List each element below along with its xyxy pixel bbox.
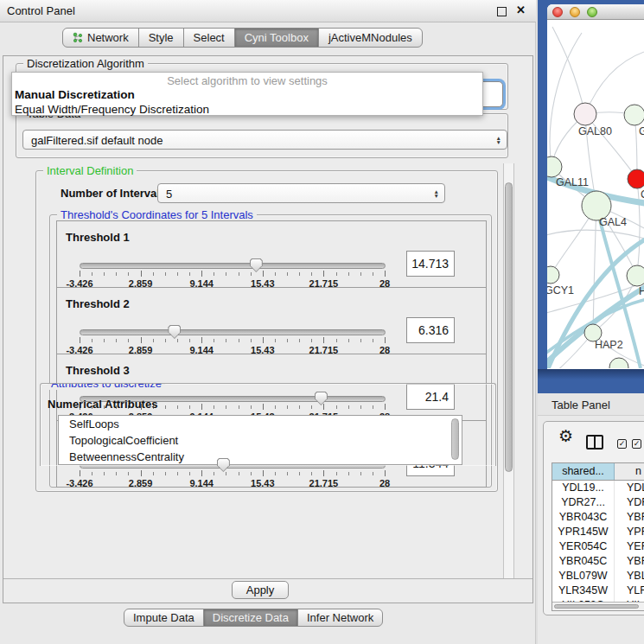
cell-shared-name[interactable]: YBL079W — [552, 569, 615, 583]
threshold-value-input[interactable]: 6.316 — [406, 317, 455, 343]
network-node-label: C — [641, 188, 644, 201]
cell-shared-name[interactable]: YDR27... — [552, 495, 615, 510]
scrollbar-thumb[interactable] — [505, 182, 513, 472]
dropdown-option-manual-discretization[interactable]: Manual Discretization — [12, 87, 482, 102]
network-node[interactable] — [609, 358, 628, 368]
cell-shared-name[interactable]: YDL19... — [552, 481, 615, 495]
frame-shadow — [538, 369, 644, 379]
slider-major-ticks — [80, 271, 386, 277]
slider-major-ticks — [80, 470, 386, 476]
column-header-shared-name[interactable]: shared... — [552, 463, 615, 480]
cell-shared-name[interactable]: YBR043C — [552, 510, 615, 525]
cell-shared-name[interactable]: YER054C — [552, 539, 615, 554]
tab-label: Network — [87, 31, 129, 44]
cell-name[interactable]: YER0 — [615, 539, 644, 554]
tick-label: 15.43 — [251, 478, 275, 488]
tab-discretize-data[interactable]: Discretize Data — [203, 609, 298, 627]
slider-track[interactable] — [80, 329, 386, 335]
column-header-name[interactable]: n — [615, 463, 644, 480]
panel-vertical-scrollbar[interactable] — [503, 163, 514, 578]
threshold-label: Threshold 1 — [66, 231, 130, 244]
table-horizontal-scrollbar[interactable] — [552, 602, 644, 610]
control-panel: Control Panel ✕ NetworkStyleSelectCyni T… — [0, 0, 536, 644]
tab-select[interactable]: Select — [183, 28, 235, 48]
threshold-slider[interactable]: -3.4262.8599.14415.4321.71528 — [80, 256, 387, 289]
gear-icon[interactable]: ⚙ — [558, 426, 573, 446]
slider-thumb-handle[interactable] — [315, 392, 328, 405]
cell-name[interactable]: YPR1 — [615, 525, 644, 539]
network-window-titlebar[interactable] — [547, 4, 644, 20]
slider-track[interactable] — [80, 263, 386, 269]
cell-name[interactable]: YDR2 — [615, 495, 644, 510]
zoom-traffic-light-icon[interactable] — [587, 7, 597, 17]
tab-jactivemnodules[interactable]: jActiveMNodules — [318, 28, 423, 48]
network-node-ga[interactable] — [624, 105, 644, 125]
network-node-label: GAL4 — [599, 216, 627, 228]
slider-thumb-handle[interactable] — [168, 325, 181, 339]
cell-name[interactable]: YBL0 — [615, 569, 644, 583]
cell-shared-name[interactable]: YPR145W — [552, 525, 615, 539]
network-node-label: GAL11 — [556, 176, 589, 188]
table-row[interactable]: YBR043CYBR0 — [552, 510, 644, 525]
numerical-attribute-item[interactable]: SelfLoops — [59, 416, 462, 432]
tab-impute-data[interactable]: Impute Data — [124, 609, 204, 627]
threshold-row: Threshold 2-3.4262.8599.14415.4321.71528… — [56, 287, 487, 354]
checkbox-checked-icon[interactable]: ✓ — [617, 439, 627, 449]
split-view-icon[interactable] — [586, 435, 603, 450]
table-row[interactable]: YDL19...YDL1 — [552, 481, 644, 495]
scrollbar-thumb[interactable] — [554, 604, 639, 609]
combobox-stepper-icon: ▲▼ — [434, 189, 439, 198]
tab-style[interactable]: Style — [138, 28, 184, 48]
dropdown-placeholder-option[interactable]: Select algorithm to view settings — [12, 74, 482, 87]
apply-button[interactable]: Apply — [232, 581, 289, 599]
cell-name[interactable]: YLR3 — [615, 583, 644, 598]
float-window-icon[interactable] — [497, 7, 507, 16]
slider-tick-labels: -3.4262.8599.14415.4321.71528 — [80, 478, 386, 488]
threshold-label: Threshold 2 — [66, 297, 130, 310]
threshold-value-input[interactable]: 14.713 — [406, 251, 455, 277]
combobox-stepper-icon: ▲▼ — [496, 136, 501, 144]
network-node-gal11[interactable] — [547, 156, 562, 177]
table-data-combobox[interactable]: galFiltered.sif default node ▲▼ — [22, 130, 507, 150]
cell-shared-name[interactable]: YLR345W — [552, 583, 615, 598]
list-scrollbar-thumb[interactable] — [451, 418, 459, 460]
threshold-slider[interactable]: -3.4262.8599.14415.4321.71528 — [80, 322, 387, 355]
tick-label: 2.859 — [129, 478, 153, 488]
network-node-label: HAP2 — [595, 339, 623, 351]
table-row[interactable]: YLR345WYLR3 — [552, 583, 644, 598]
cell-name[interactable]: YDL1 — [615, 481, 644, 495]
numerical-attribute-item[interactable]: TopologicalCoefficient — [59, 432, 462, 449]
tab-label: Select — [194, 31, 225, 44]
slider-thumb-handle[interactable] — [217, 458, 230, 472]
numerical-attributes-list[interactable]: SelfLoopsTopologicalCoefficientBetweenne… — [58, 415, 462, 465]
dropdown-option-equal-width-frequency[interactable]: Equal Width/Frequency Discretization — [12, 102, 482, 117]
tab-network[interactable]: Network — [62, 28, 139, 48]
network-icon — [73, 32, 83, 43]
cell-name[interactable]: YBR0 — [615, 510, 644, 525]
close-traffic-light-icon[interactable] — [552, 7, 563, 17]
network-node-gcy1[interactable] — [547, 266, 559, 284]
tab-cyni-toolbox[interactable]: Cyni Toolbox — [234, 28, 319, 48]
group-title: Attributes to discretize — [48, 383, 165, 390]
table-row[interactable]: YBL079WYBL0 — [552, 569, 644, 583]
network-node-c[interactable] — [628, 169, 644, 188]
table-row[interactable]: YER054CYER0 — [552, 539, 644, 554]
network-node-h[interactable] — [627, 265, 644, 286]
network-node-gal80[interactable] — [574, 103, 596, 125]
checkbox-checked-icon[interactable]: ✓ — [632, 439, 641, 449]
tab-label: Infer Network — [307, 611, 373, 624]
slider-thumb-handle[interactable] — [250, 258, 263, 272]
tab-infer-network[interactable]: Infer Network — [297, 609, 383, 627]
cell-name[interactable]: YBR0 — [615, 554, 644, 569]
table-row[interactable]: YDR27...YDR2 — [552, 495, 644, 510]
table-row[interactable]: YBR045CYBR0 — [552, 554, 644, 569]
network-canvas[interactable]: GAL80GACGAL11GAL4GCY1HHAP2 — [547, 20, 644, 368]
table-panel-container: ⚙ ✓ ✓ shared... n YDL19...YDL1YDR27...YD… — [543, 421, 644, 615]
table-row[interactable]: YPR145WYPR1 — [552, 525, 644, 539]
close-icon[interactable]: ✕ — [516, 3, 526, 16]
number-of-intervals-combobox[interactable]: 5 ▲▼ — [157, 183, 445, 203]
minimize-traffic-light-icon[interactable] — [570, 7, 580, 17]
table-panel: ⚙ ✓ ✓ shared... n YDL19...YDL1YDR27...YD… — [538, 416, 644, 644]
cell-shared-name[interactable]: YBR045C — [552, 554, 615, 569]
numerical-attribute-item[interactable]: BetweennessCentrality — [59, 449, 462, 465]
